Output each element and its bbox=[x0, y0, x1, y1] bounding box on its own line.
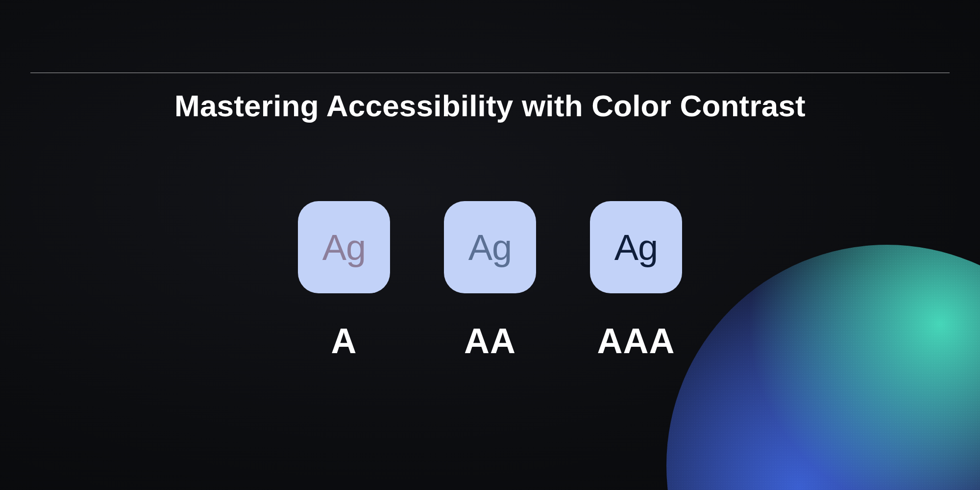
horizontal-divider bbox=[30, 73, 950, 73]
swatch-aa: Ag bbox=[444, 201, 536, 293]
grade-label-a: A bbox=[331, 321, 357, 361]
swatch-a: Ag bbox=[298, 201, 390, 293]
grade-label-aa: AA bbox=[464, 321, 516, 361]
page-title: Mastering Accessibility with Color Contr… bbox=[0, 88, 980, 123]
swatch-aaa: Ag bbox=[590, 201, 682, 293]
swatch-sample-text: Ag bbox=[614, 227, 658, 268]
grade-label-aaa: AAA bbox=[597, 321, 675, 361]
swatch-sample-text: Ag bbox=[322, 227, 366, 268]
contrast-grade-aa: Ag AA bbox=[444, 201, 536, 361]
contrast-grade-aaa: Ag AAA bbox=[590, 201, 682, 361]
contrast-grade-a: Ag A bbox=[298, 201, 390, 361]
swatch-sample-text: Ag bbox=[468, 227, 512, 268]
